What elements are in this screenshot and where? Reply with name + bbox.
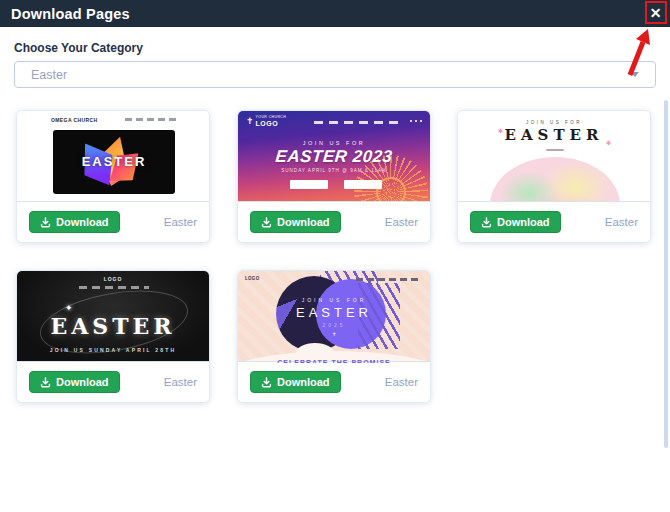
thumb-button-placeholder — [290, 180, 328, 189]
download-icon — [261, 217, 272, 228]
card-footer: Download Easter — [17, 361, 209, 402]
download-label: Download — [497, 216, 550, 228]
modal-title: Download Pages — [11, 6, 130, 22]
card-category-label: Easter — [164, 376, 197, 388]
download-icon — [261, 377, 272, 388]
thumb-kicker: JOIN US FOR — [458, 120, 650, 125]
thumb-site-logo: ✝ YOUR CHURCH LOGO — [246, 116, 286, 127]
thumb-kicker: JOIN US FOR — [238, 140, 430, 146]
thumb-subline: SUNDAY APRIL 9TH @ 9AM & 11AM — [238, 168, 430, 173]
template-thumbnail: LOGO ✦ EASTER JOIN US SUNDAY APRIL 28TH — [17, 271, 209, 363]
template-thumbnail: LOGO JOIN US FOR EASTER 2025 ✝ CELEBRATE… — [238, 271, 430, 363]
thumb-headline: EASTER — [17, 313, 209, 339]
download-label: Download — [56, 376, 109, 388]
thumb-headline: EASTER — [238, 305, 430, 320]
card-category-label: Easter — [164, 216, 197, 228]
close-icon: ✕ — [650, 5, 662, 21]
cross-icon: ✝ — [238, 331, 430, 337]
thumb-subline: CELEBRATE THE PROMISE — [238, 359, 430, 363]
category-select-value: Easter — [31, 68, 67, 82]
thumb-site-logo: OMEGA CHURCH — [51, 117, 98, 123]
star-icon: ✦ — [65, 303, 73, 313]
thumb-site-logo: LOGO — [17, 276, 209, 282]
template-card: OMEGA CHURCH EASTER Download Easter — [16, 110, 210, 243]
thumb-nav-placeholder — [356, 278, 422, 281]
logo-line2: LOGO — [256, 120, 287, 127]
download-button[interactable]: Download — [250, 211, 341, 233]
chevron-down-icon — [631, 72, 639, 77]
template-card: JOIN US FOR EASTER ✻ ✻ Download Easter — [457, 110, 651, 243]
thumb-hero-panel: EASTER — [53, 130, 175, 194]
template-card: ✝ YOUR CHURCH LOGO JOIN US FOR EASTER 20… — [237, 110, 431, 243]
card-category-label: Easter — [605, 216, 638, 228]
thumb-button-placeholder — [344, 180, 382, 189]
thumb-year: 2025 — [238, 322, 430, 328]
thumb-nav-placeholder — [79, 286, 149, 289]
thumb-slider-dots — [410, 120, 424, 122]
card-footer: Download Easter — [458, 201, 650, 242]
download-icon — [40, 217, 51, 228]
close-button[interactable]: ✕ — [646, 3, 665, 23]
download-icon — [481, 217, 492, 228]
download-label: Download — [277, 376, 330, 388]
download-pages-modal: Download Pages ✕ Choose Your Category Ea… — [0, 0, 670, 512]
template-card: LOGO ✦ EASTER JOIN US SUNDAY APRIL 28TH … — [16, 270, 210, 403]
card-category-label: Easter — [385, 376, 418, 388]
card-footer: Download Easter — [238, 361, 430, 402]
thumb-headline: EASTER — [458, 126, 650, 144]
download-icon — [40, 377, 51, 388]
vertical-scrollbar[interactable] — [664, 100, 668, 448]
card-footer: Download Easter — [17, 201, 209, 242]
thumb-nav-placeholder — [125, 118, 177, 121]
download-button[interactable]: Download — [29, 211, 120, 233]
sparkle-decoration: ✻ — [498, 127, 503, 134]
category-select[interactable]: Easter — [14, 61, 656, 88]
download-button[interactable]: Download — [29, 371, 120, 393]
card-category-label: Easter — [385, 216, 418, 228]
thumb-headline: EASTER — [53, 154, 175, 169]
thumb-text-block: JOIN US FOR EASTER 2025 ✝ — [238, 297, 430, 337]
download-button[interactable]: Download — [470, 211, 561, 233]
thumb-date-placeholder — [546, 149, 564, 151]
download-button[interactable]: Download — [250, 371, 341, 393]
download-label: Download — [277, 216, 330, 228]
template-thumbnail: OMEGA CHURCH EASTER — [17, 111, 209, 203]
thumb-nav-placeholder — [314, 121, 400, 124]
thumb-subline: JOIN US SUNDAY APRIL 28TH — [17, 347, 209, 353]
category-picker-label: Choose Your Category — [14, 41, 143, 55]
thumb-kicker: JOIN US FOR — [238, 297, 430, 303]
card-footer: Download Easter — [238, 201, 430, 242]
template-thumbnail: JOIN US FOR EASTER ✻ ✻ — [458, 111, 650, 203]
watercolor-egg-decoration — [490, 157, 620, 203]
download-label: Download — [56, 216, 109, 228]
sparkle-decoration: ✻ — [606, 139, 611, 146]
modal-header: Download Pages — [0, 0, 670, 27]
template-thumbnail: ✝ YOUR CHURCH LOGO JOIN US FOR EASTER 20… — [238, 111, 430, 203]
thumb-headline: EASTER 2023 — [238, 147, 430, 167]
template-card: LOGO JOIN US FOR EASTER 2025 ✝ CELEBRATE… — [237, 270, 431, 403]
cross-icon: ✝ — [246, 117, 254, 126]
thumb-site-logo: LOGO — [245, 276, 259, 281]
